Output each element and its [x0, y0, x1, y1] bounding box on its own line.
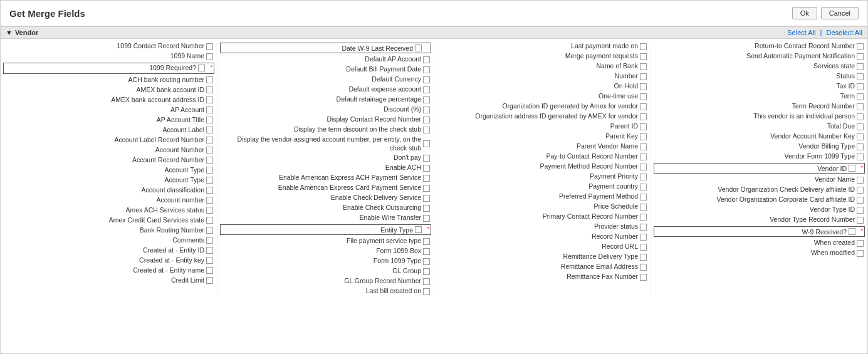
- field-checkbox[interactable]: [206, 137, 213, 143]
- field-checkbox[interactable]: [857, 250, 864, 257]
- field-checkbox[interactable]: [206, 177, 213, 184]
- field-checkbox[interactable]: [640, 164, 647, 170]
- field-checkbox[interactable]: [857, 177, 864, 184]
- field-checkbox[interactable]: [857, 93, 864, 100]
- field-checkbox[interactable]: [857, 73, 864, 80]
- field-checkbox[interactable]: [640, 143, 647, 150]
- field-checkbox[interactable]: [857, 217, 864, 224]
- field-checkbox[interactable]: [640, 133, 647, 140]
- field-checkbox[interactable]: [640, 214, 647, 221]
- field-checkbox[interactable]: [206, 217, 213, 224]
- field-checkbox[interactable]: [640, 53, 647, 60]
- field-checkbox[interactable]: [640, 184, 647, 190]
- field-checkbox[interactable]: [206, 227, 213, 234]
- field-checkbox[interactable]: [857, 113, 864, 120]
- field-checkbox[interactable]: [206, 107, 213, 113]
- field-checkbox[interactable]: [206, 53, 213, 60]
- field-checkbox[interactable]: [423, 127, 430, 133]
- field-checkbox[interactable]: [640, 194, 647, 200]
- field-checkbox[interactable]: [423, 165, 430, 172]
- field-checkbox[interactable]: [423, 205, 430, 212]
- field-checkbox[interactable]: [206, 147, 213, 154]
- field-checkbox[interactable]: [423, 215, 430, 222]
- field-checkbox[interactable]: [206, 157, 213, 164]
- field-checkbox[interactable]: [206, 96, 213, 103]
- field-checkbox[interactable]: [640, 234, 647, 241]
- field-checkbox[interactable]: [640, 204, 647, 211]
- field-checkbox[interactable]: [198, 65, 205, 71]
- field-checkbox[interactable]: [423, 278, 430, 285]
- field-checkbox[interactable]: [857, 103, 864, 110]
- field-checkbox[interactable]: [857, 197, 864, 204]
- field-checkbox[interactable]: [423, 76, 430, 83]
- field-checkbox[interactable]: [206, 117, 213, 123]
- field-checkbox[interactable]: [423, 248, 430, 255]
- field-checkbox[interactable]: [423, 66, 430, 73]
- field-checkbox[interactable]: [423, 238, 430, 245]
- field-checkbox[interactable]: [640, 43, 647, 50]
- field-checkbox[interactable]: [423, 86, 430, 93]
- field-checkbox[interactable]: [640, 83, 647, 90]
- field-checkbox[interactable]: [640, 174, 647, 180]
- field-checkbox[interactable]: [206, 167, 213, 174]
- field-checkbox[interactable]: [857, 133, 864, 140]
- field-checkbox[interactable]: [857, 123, 864, 130]
- field-checkbox[interactable]: [423, 107, 430, 113]
- field-checkbox[interactable]: [640, 113, 647, 120]
- field-row: Primary Contact Record Number: [437, 212, 648, 222]
- field-checkbox[interactable]: [206, 127, 213, 133]
- field-checkbox[interactable]: [423, 268, 430, 275]
- field-checkbox[interactable]: [423, 56, 430, 63]
- field-checkbox[interactable]: [857, 207, 864, 214]
- field-checkbox[interactable]: [206, 247, 213, 254]
- field-checkbox[interactable]: [857, 53, 864, 60]
- field-checkbox[interactable]: [640, 93, 647, 100]
- field-checkbox[interactable]: [640, 63, 647, 70]
- field-checkbox[interactable]: [206, 197, 213, 204]
- field-checkbox[interactable]: [857, 154, 864, 160]
- field-checkbox[interactable]: [423, 96, 430, 103]
- field-checkbox[interactable]: [206, 257, 213, 264]
- field-checkbox[interactable]: [849, 228, 855, 235]
- ok-button[interactable]: Ok: [792, 7, 817, 19]
- field-checkbox[interactable]: [857, 43, 864, 50]
- field-checkbox[interactable]: [423, 140, 430, 147]
- field-checkbox[interactable]: [423, 185, 430, 192]
- field-checkbox[interactable]: [423, 288, 430, 295]
- field-checkbox[interactable]: [415, 44, 422, 51]
- field-checkbox[interactable]: [640, 264, 647, 271]
- field-checkbox[interactable]: [640, 123, 647, 130]
- field-checkbox[interactable]: [206, 237, 213, 244]
- field-checkbox[interactable]: [206, 207, 213, 214]
- field-checkbox[interactable]: [423, 175, 430, 182]
- field-checkbox[interactable]: [423, 195, 430, 202]
- field-checkbox[interactable]: [849, 165, 855, 172]
- deselect-all-link[interactable]: Deselect All: [827, 29, 862, 36]
- field-checkbox[interactable]: [423, 155, 430, 162]
- collapse-icon[interactable]: ▼: [6, 29, 13, 36]
- field-checkbox[interactable]: [857, 63, 864, 70]
- field-checkbox[interactable]: [640, 103, 647, 110]
- field-checkbox[interactable]: [640, 73, 647, 80]
- field-checkbox[interactable]: [206, 43, 213, 50]
- field-checkbox[interactable]: [423, 258, 430, 265]
- select-all-link[interactable]: Select All: [787, 29, 815, 36]
- field-checkbox[interactable]: [206, 86, 213, 93]
- field-checkbox[interactable]: [423, 117, 430, 123]
- field-checkbox[interactable]: [206, 277, 213, 284]
- field-checkbox[interactable]: [857, 187, 864, 194]
- cancel-button[interactable]: Cancel: [821, 7, 859, 19]
- field-checkbox[interactable]: [206, 76, 213, 83]
- field-checkbox[interactable]: [640, 244, 647, 251]
- field-checkbox[interactable]: [640, 224, 647, 231]
- field-checkbox[interactable]: [640, 154, 647, 160]
- field-checkbox[interactable]: [857, 143, 864, 150]
- field-row: Created at - Entity name: [3, 266, 214, 276]
- field-checkbox[interactable]: [206, 187, 213, 194]
- field-checkbox[interactable]: [206, 267, 213, 274]
- field-checkbox[interactable]: [857, 240, 864, 247]
- field-checkbox[interactable]: [640, 254, 647, 261]
- field-checkbox[interactable]: [415, 226, 422, 233]
- field-checkbox[interactable]: [640, 274, 647, 281]
- field-checkbox[interactable]: [857, 83, 864, 90]
